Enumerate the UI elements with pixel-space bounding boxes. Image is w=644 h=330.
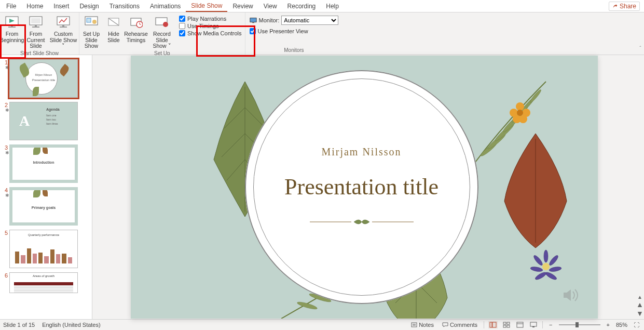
flourish-divider — [310, 216, 414, 228]
svg-rect-6 — [31, 18, 40, 23]
tab-home[interactable]: Home — [21, 1, 48, 11]
tab-slide-show[interactable]: Slide Show — [186, 1, 227, 12]
comments-button[interactable]: Comments — [440, 322, 479, 328]
rehearse-timings-button[interactable]: Rehearse Timings — [124, 14, 148, 49]
svg-rect-11 — [87, 18, 91, 22]
tab-insert[interactable]: Insert — [48, 1, 74, 11]
fit-to-window-button[interactable]: ⛶ — [632, 321, 641, 328]
tab-help[interactable]: Help — [321, 1, 344, 11]
set-up-slide-show-button[interactable]: Set Up Slide Show — [79, 14, 103, 49]
thumb-row-2[interactable]: 2✱ A Agenda Item one Item two Item three — [0, 102, 92, 140]
setup-checks: Play Narrations Use Timings Show Media C… — [176, 14, 245, 49]
group-label-start: Start Slide Show — [0, 49, 79, 58]
show-media-controls-check[interactable]: Show Media Controls — [179, 30, 242, 36]
svg-point-43 — [517, 110, 523, 116]
zoom-in-button[interactable]: + — [605, 322, 612, 328]
custom-slide-show-button[interactable]: Custom Slide Show ˅ — [48, 14, 79, 49]
notes-icon — [411, 322, 417, 327]
presenter-name: Mirjam Nilsson — [321, 146, 401, 158]
svg-rect-69 — [490, 322, 492, 327]
use-timings-check[interactable]: Use Timings — [179, 23, 242, 29]
thumb-3[interactable]: Introduction — [9, 144, 78, 183]
status-language[interactable]: English (United States) — [42, 322, 101, 328]
from-beginning-icon — [4, 15, 20, 30]
monitor-icon — [250, 17, 257, 23]
reading-view-button[interactable] — [515, 321, 525, 328]
svg-rect-2 — [8, 27, 16, 28]
thumb-5[interactable]: Quarterly performance — [9, 230, 78, 268]
leaf-decoration-2 — [494, 128, 577, 253]
thumb-6[interactable]: Areas of growth — [9, 272, 78, 293]
svg-rect-75 — [517, 322, 523, 327]
flower-yellow — [504, 97, 536, 128]
tab-review[interactable]: Review — [227, 1, 258, 11]
monitor-label: Monitor: — [259, 17, 280, 23]
tab-view[interactable]: View — [258, 1, 282, 11]
slide-thumbnails-panel[interactable]: 1✱ Mirjam Nilsson Presentation title 2✱ … — [0, 55, 92, 319]
svg-rect-5 — [32, 27, 39, 28]
setup-icon — [83, 15, 100, 30]
svg-point-47 — [544, 271, 557, 281]
notes-button[interactable]: Notes — [409, 322, 436, 328]
svg-rect-78 — [532, 326, 535, 327]
hide-slide-button[interactable]: Hide Slide — [103, 14, 124, 49]
svg-point-49 — [530, 266, 543, 272]
share-icon — [612, 4, 618, 9]
svg-point-44 — [544, 250, 548, 262]
thumb-row-5[interactable]: 5 Quarterly performance — [0, 230, 92, 268]
normal-view-button[interactable] — [488, 321, 498, 328]
from-current-slide-button[interactable]: From Current Slide — [24, 14, 48, 49]
thumb-4[interactable]: Primary goals — [9, 187, 78, 226]
collapse-ribbon-button[interactable]: ˆ — [637, 46, 644, 53]
slide-1[interactable]: Mirjam Nilsson Presentation title — [131, 56, 598, 319]
tab-transitions[interactable]: Transitions — [104, 1, 145, 11]
play-narrations-check[interactable]: Play Narrations — [179, 16, 242, 22]
menu-bar: File Home Insert Design Transitions Anim… — [0, 0, 644, 12]
slide-show-view-button[interactable] — [529, 321, 538, 328]
zoom-percent[interactable]: 85% — [616, 322, 627, 328]
slide-canvas[interactable]: Mirjam Nilsson Presentation title — [92, 55, 636, 319]
slide-sorter-view-button[interactable] — [502, 321, 511, 328]
svg-rect-72 — [507, 322, 510, 324]
use-presenter-view-check[interactable]: Use Presenter View — [250, 28, 339, 34]
thumb-1[interactable]: Mirjam Nilsson Presentation title — [9, 59, 78, 98]
thumb-row-4[interactable]: 4✱ Primary goals — [0, 187, 92, 226]
tab-recording[interactable]: Recording — [282, 1, 321, 11]
share-button[interactable]: Share — [609, 2, 640, 11]
flower-purple — [525, 246, 567, 287]
hide-slide-icon — [105, 15, 122, 30]
next-slide-icon[interactable]: ⯆ — [637, 311, 643, 317]
svg-point-12 — [92, 20, 97, 24]
group-label-monitors: Monitors — [245, 46, 343, 55]
thumb-row-6[interactable]: 6 Areas of growth — [0, 272, 92, 293]
scroll-up-icon[interactable]: ▲ — [637, 294, 643, 300]
monitor-select[interactable]: Automatic — [281, 16, 338, 25]
svg-rect-9 — [60, 27, 67, 28]
svg-point-20 — [163, 22, 168, 27]
svg-point-58 — [296, 301, 318, 311]
thumb-row-3[interactable]: 3✱ Introduction — [0, 144, 92, 183]
tab-animations[interactable]: Animations — [145, 1, 186, 11]
thumb-row-1[interactable]: 1✱ Mirjam Nilsson Presentation title — [0, 59, 92, 98]
from-beginning-button[interactable]: From Beginning — [0, 14, 24, 49]
svg-point-51 — [542, 263, 550, 270]
svg-rect-1 — [11, 25, 13, 27]
svg-rect-21 — [250, 18, 256, 22]
zoom-out-button[interactable]: − — [547, 322, 554, 328]
from-current-icon — [28, 15, 44, 30]
prev-slide-icon[interactable]: ⯅ — [637, 302, 643, 309]
main-area: 1✱ Mirjam Nilsson Presentation title 2✱ … — [0, 55, 644, 319]
tab-design[interactable]: Design — [74, 1, 104, 11]
svg-point-48 — [534, 271, 547, 281]
audio-icon[interactable] — [561, 287, 582, 303]
svg-rect-8 — [62, 25, 64, 27]
record-slide-show-button[interactable]: Record Slide Show ˅ — [148, 14, 176, 49]
svg-rect-4 — [35, 25, 37, 27]
svg-rect-77 — [530, 322, 537, 326]
tab-file[interactable]: File — [1, 1, 21, 11]
rehearse-icon — [128, 15, 144, 30]
status-slide-number[interactable]: Slide 1 of 15 — [3, 322, 35, 328]
thumb-2[interactable]: A Agenda Item one Item two Item three — [9, 102, 78, 140]
vertical-scrollbar[interactable]: ▲ ⯅ ⯆ — [636, 55, 644, 319]
zoom-slider[interactable] — [559, 324, 600, 325]
